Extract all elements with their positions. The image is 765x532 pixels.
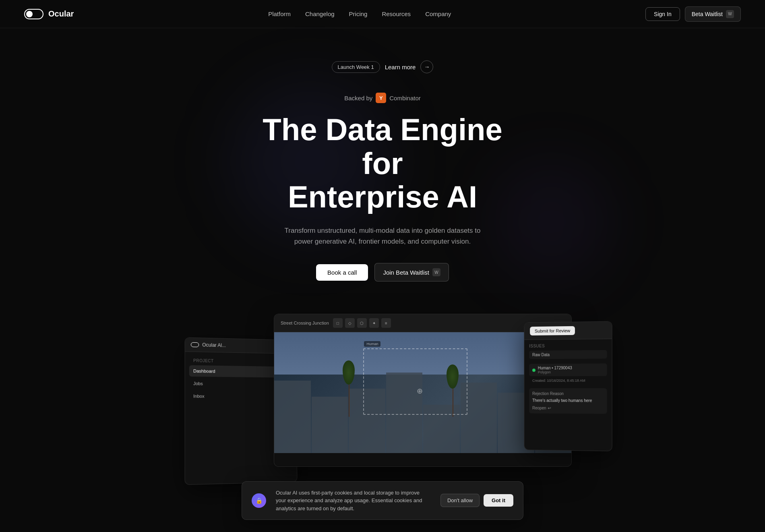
logo-icon — [24, 9, 43, 19]
raw-data-item[interactable]: Raw Data — [529, 350, 607, 359]
nav-actions: Sign In Beta Waitlist W — [645, 6, 741, 22]
toolbar-btn-1[interactable]: □ — [333, 318, 343, 328]
panel-title: Ocular Al... — [202, 342, 226, 348]
arrow-icon: → — [424, 64, 430, 70]
panel-logo — [191, 342, 199, 347]
reopen-icon: ↩ — [548, 406, 551, 410]
raw-data-label: Raw Data — [532, 352, 550, 357]
hero-ctas: Book a call Join Beta Waitlist W — [316, 263, 449, 282]
launch-badge: Launch Week 1 — [332, 61, 380, 73]
hero-title: The Data Engine for Enterprise AI — [242, 113, 523, 214]
backed-by-text: Backed by — [344, 95, 372, 101]
join-beta-icon: W — [432, 268, 440, 276]
crosshair-icon: ⊕ — [417, 387, 423, 395]
navbar: Ocular Platform Changelog Pricing Resour… — [0, 0, 765, 28]
beta-waitlist-nav-button[interactable]: Beta Waitlist W — [685, 6, 741, 22]
logo-area: Ocular — [24, 9, 74, 19]
sign-in-button[interactable]: Sign In — [645, 7, 680, 21]
cookie-text: Ocular AI uses first-party cookies and l… — [276, 489, 431, 513]
building-1 — [274, 381, 311, 453]
created-label: Created: 10/16/2024, 8:45:18 AM — [529, 378, 607, 383]
nav-resources[interactable]: Resources — [382, 10, 411, 17]
launch-banner: Launch Week 1 Learn more → — [332, 60, 434, 73]
hero-section: Launch Week 1 Learn more → Backed by Y C… — [0, 28, 765, 483]
nav-links: Platform Changelog Pricing Resources Com… — [268, 10, 451, 18]
right-panel-header: Submit for Review — [524, 322, 612, 340]
toolbar-btn-3[interactable]: ⬡ — [357, 318, 367, 328]
toolbar-btn-4[interactable]: ✦ — [369, 318, 379, 328]
backed-by-section: Backed by Y Combinator — [344, 93, 421, 103]
cookie-avatar: 🔒 — [252, 493, 266, 508]
product-preview: Ocular Al... Project Dashboard 12 Jobs 2… — [161, 314, 604, 483]
reopen-label: Reopen — [532, 406, 546, 410]
reopen-button[interactable]: Reopen ↩ — [532, 406, 604, 411]
hero-title-line2: Enterprise AI — [288, 180, 477, 214]
right-panel-body: Issues Raw Data Human • 17290043 Polygon… — [524, 339, 612, 418]
yc-badge: Y — [376, 93, 386, 103]
human-item[interactable]: Human • 17290043 Polygon — [529, 364, 607, 377]
brand-name: Ocular — [48, 9, 74, 19]
human-label: Human • 17290043 — [538, 366, 572, 370]
issues-section: Issues Raw Data — [529, 343, 607, 359]
beta-icon: W — [726, 10, 734, 18]
cookie-avatar-icon: 🔒 — [256, 497, 263, 504]
learn-more-arrow[interactable]: → — [420, 60, 433, 73]
project-name: Street Crossing Junction — [281, 321, 329, 325]
toolbar-btn-5[interactable]: ≡ — [381, 318, 391, 328]
logo-pill-inner — [26, 11, 33, 17]
nav-pricing[interactable]: Pricing — [349, 10, 368, 17]
submit-review-button[interactable]: Submit for Review — [530, 326, 575, 335]
annotation-toolbar: □ ◇ ⬡ ✦ ≡ — [333, 318, 391, 328]
hero-title-line1: The Data Engine for — [263, 112, 502, 180]
ui-panel-right: Submit for Review Issues Raw Data Human … — [524, 321, 612, 451]
combinator-text: Combinator — [389, 95, 421, 101]
beta-waitlist-nav-label: Beta Waitlist — [692, 11, 723, 17]
rejection-label: Rejection Reason — [532, 391, 604, 396]
annotation-box: Human — [363, 348, 467, 415]
nav-changelog[interactable]: Changelog — [305, 10, 335, 17]
cookie-banner: 🔒 Ocular AI uses first-party cookies and… — [242, 481, 523, 520]
cookie-actions: Don't allow Got it — [440, 494, 513, 507]
join-beta-button[interactable]: Join Beta Waitlist W — [374, 263, 449, 282]
nav-platform[interactable]: Platform — [268, 10, 291, 17]
human-section: Human • 17290043 Polygon Created: 10/16/… — [529, 364, 607, 384]
annotation-label: Human — [364, 341, 380, 347]
human-info: Human • 17290043 Polygon — [538, 366, 572, 374]
nav-company[interactable]: Company — [425, 10, 451, 17]
building-2 — [312, 397, 348, 453]
status-dot — [532, 368, 536, 372]
hero-subtitle: Transform unstructured, multi-modal data… — [278, 225, 487, 247]
issues-label: Issues — [529, 343, 607, 348]
polygon-label: Polygon — [538, 370, 572, 374]
join-beta-label: Join Beta Waitlist — [383, 269, 429, 276]
rejection-section: Rejection Reason There's actually two hu… — [529, 388, 607, 414]
learn-more-link[interactable]: Learn more — [385, 64, 416, 70]
book-call-button[interactable]: Book a call — [316, 264, 368, 281]
got-it-button[interactable]: Got it — [484, 494, 513, 507]
dont-allow-button[interactable]: Don't allow — [440, 494, 480, 507]
toolbar-btn-2[interactable]: ◇ — [345, 318, 355, 328]
tree-1 — [349, 385, 349, 417]
rejection-text: There's actually two humans here — [532, 397, 604, 404]
